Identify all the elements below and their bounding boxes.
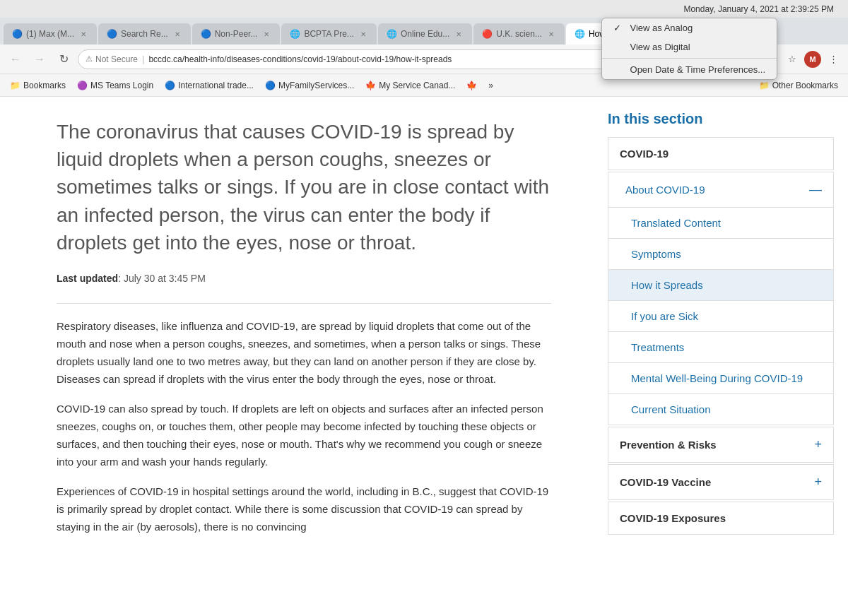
- tab-max[interactable]: 🔵 (1) Max (M... ✕: [4, 23, 97, 45]
- sidebar-current-label: Current Situation: [631, 403, 711, 415]
- sidebar-covid19-header[interactable]: COVID-19: [608, 138, 833, 170]
- tab-max-favicon: 🔵: [12, 29, 22, 39]
- sidebar-vaccine-toggle[interactable]: +: [814, 475, 822, 490]
- sidebar-about-section: About COVID-19 — Translated Content Symp…: [608, 172, 834, 425]
- back-button[interactable]: ←: [6, 49, 25, 69]
- reload-button[interactable]: ↻: [54, 49, 73, 69]
- tab-search[interactable]: 🔵 Search Re... ✕: [98, 23, 191, 45]
- sidebar-if-sick-label: If you are Sick: [631, 310, 698, 322]
- tab-nonpeer-label: Non-Peer...: [215, 29, 258, 39]
- warning-icon: ⚠: [86, 54, 93, 64]
- sidebar-item-mental-wellbeing[interactable]: Mental Well-Being During COVID-19: [608, 362, 833, 393]
- address-separator: |: [142, 54, 144, 64]
- bookmark-folder-icon: 📁: [10, 81, 20, 90]
- bookmarks-more[interactable]: »: [484, 79, 497, 92]
- service-canada-label: My Service Canad...: [379, 81, 455, 90]
- other-bookmarks[interactable]: 📁 Other Bookmarks: [755, 79, 842, 92]
- view-digital-label: View as Digital: [630, 42, 690, 52]
- content-area: The coronavirus that causes COVID-19 is …: [0, 97, 848, 616]
- bookmark-maple-2[interactable]: 🍁: [462, 79, 481, 92]
- tab-nonpeer-favicon: 🔵: [201, 29, 211, 39]
- sidebar-about-toggle[interactable]: —: [809, 182, 822, 197]
- tab-bcpta-favicon: 🌐: [290, 29, 300, 39]
- tab-bcpta-label: BCPTA Pre...: [304, 29, 353, 39]
- sidebar-vaccine-section: COVID-19 Vaccine +: [608, 464, 834, 500]
- sidebar-mental-label: Mental Well-Being During COVID-19: [631, 372, 803, 384]
- tab-online[interactable]: 🌐 Online Edu... ✕: [378, 23, 472, 45]
- sidebar-title: In this section: [608, 111, 834, 127]
- tab-uk-close[interactable]: ✕: [546, 29, 556, 39]
- sidebar-item-current-situation[interactable]: Current Situation: [608, 393, 833, 425]
- bookmarks-label[interactable]: 📁 Bookmarks: [6, 79, 70, 92]
- bookmark-msteams[interactable]: 🟣 MS Teams Login: [73, 79, 158, 92]
- sidebar-symptoms-label: Symptoms: [631, 248, 681, 260]
- maple-icon-2: 🍁: [466, 81, 477, 90]
- article-paragraphs: Respiratory diseases, like influenza and…: [57, 318, 551, 535]
- sidebar: In this section COVID-19 About COVID-19 …: [594, 97, 848, 616]
- sidebar-item-how-spreads[interactable]: How it Spreads: [608, 269, 833, 300]
- tab-uk-label: U.K. scien...: [496, 29, 542, 39]
- tab-online-favicon: 🌐: [387, 29, 396, 39]
- article-paragraph-2: COVID-19 can also spread by touch. If dr…: [57, 401, 551, 470]
- user-avatar[interactable]: M: [804, 51, 821, 68]
- tab-max-label: (1) Max (M...: [26, 29, 74, 39]
- url-display: bccdc.ca/health-info/diseases-conditions…: [148, 54, 452, 64]
- intl-trade-label: International trade...: [178, 81, 254, 90]
- sidebar-section-covid19: COVID-19: [608, 137, 834, 170]
- tab-max-close[interactable]: ✕: [78, 29, 88, 39]
- sidebar-prevention-header[interactable]: Prevention & Risks +: [608, 427, 833, 462]
- sidebar-prevention-toggle[interactable]: +: [814, 437, 822, 452]
- datetime-context-menu: ✓ View as Analog View as Digital Open Da…: [601, 18, 777, 80]
- tab-search-label: Search Re...: [121, 29, 168, 39]
- open-prefs-item[interactable]: Open Date & Time Preferences...: [602, 60, 777, 79]
- article-paragraph-1: Respiratory diseases, like influenza and…: [57, 318, 551, 388]
- tab-online-label: Online Edu...: [401, 29, 449, 39]
- tab-bcpta[interactable]: 🌐 BCPTA Pre... ✕: [281, 23, 376, 45]
- last-updated-label: Last updated: [57, 273, 118, 284]
- folder-icon-other: 📁: [759, 81, 770, 90]
- sidebar-exposures-header[interactable]: COVID-19 Exposures: [608, 502, 833, 534]
- sidebar-about-items: Translated Content Symptoms How it Sprea…: [608, 207, 833, 425]
- article-paragraph-3: Experiences of COVID-19 in hospital sett…: [57, 483, 551, 535]
- view-analog-label: View as Analog: [630, 23, 693, 33]
- sidebar-covid19-label: COVID-19: [620, 148, 669, 160]
- no-check: [613, 42, 625, 52]
- view-as-digital-item[interactable]: View as Digital: [602, 37, 777, 57]
- sidebar-treatments-label: Treatments: [631, 341, 684, 353]
- article-body: The coronavirus that causes COVID-19 is …: [0, 97, 594, 616]
- not-secure-indicator: ⚠ Not Secure: [86, 54, 138, 64]
- sidebar-prevention-section: Prevention & Risks +: [608, 427, 834, 463]
- article-divider: [57, 303, 551, 304]
- sidebar-vaccine-header[interactable]: COVID-19 Vaccine +: [608, 465, 833, 499]
- sidebar-item-translated[interactable]: Translated Content: [608, 207, 833, 238]
- sidebar-exposures-section: COVID-19 Exposures: [608, 502, 834, 535]
- sidebar-exposures-label: COVID-19 Exposures: [620, 512, 726, 524]
- msteams-label: MS Teams Login: [90, 81, 153, 90]
- view-as-analog-item[interactable]: ✓ View as Analog: [602, 18, 777, 37]
- bookmark-family[interactable]: 🔵 MyFamilyServices...: [261, 79, 358, 92]
- sidebar-translated-label: Translated Content: [631, 217, 721, 229]
- tab-search-close[interactable]: ✕: [172, 29, 182, 39]
- menu-button[interactable]: ⋮: [824, 50, 842, 69]
- last-updated-value: : July 30 at 3:45 PM: [118, 273, 206, 284]
- intl-trade-icon: 🔵: [165, 81, 175, 90]
- bookmark-intl-trade[interactable]: 🔵 International trade...: [160, 79, 258, 92]
- bookmarks-text: Bookmarks: [23, 81, 66, 90]
- checkmark-icon: ✓: [613, 23, 625, 33]
- sidebar-item-treatments[interactable]: Treatments: [608, 331, 833, 362]
- bookmark-star-button[interactable]: ☆: [783, 50, 801, 69]
- tab-uk[interactable]: 🔴 U.K. scien... ✕: [473, 23, 565, 45]
- sidebar-item-if-sick[interactable]: If you are Sick: [608, 300, 833, 331]
- forward-button[interactable]: →: [30, 49, 49, 69]
- sidebar-item-symptoms[interactable]: Symptoms: [608, 238, 833, 269]
- sidebar-about-label: About COVID-19: [620, 184, 705, 196]
- other-bookmarks-label: Other Bookmarks: [772, 81, 838, 90]
- tab-online-close[interactable]: ✕: [454, 29, 464, 39]
- bookmark-service-canada[interactable]: 🍁 My Service Canad...: [361, 79, 459, 92]
- sidebar-how-spreads-label: How it Spreads: [631, 279, 703, 291]
- tab-nonpeer-close[interactable]: ✕: [261, 29, 271, 39]
- sidebar-about-header[interactable]: About COVID-19 —: [608, 172, 833, 207]
- no-check-2: [613, 64, 625, 75]
- tab-nonpeer[interactable]: 🔵 Non-Peer... ✕: [192, 23, 281, 45]
- tab-bcpta-close[interactable]: ✕: [358, 29, 368, 39]
